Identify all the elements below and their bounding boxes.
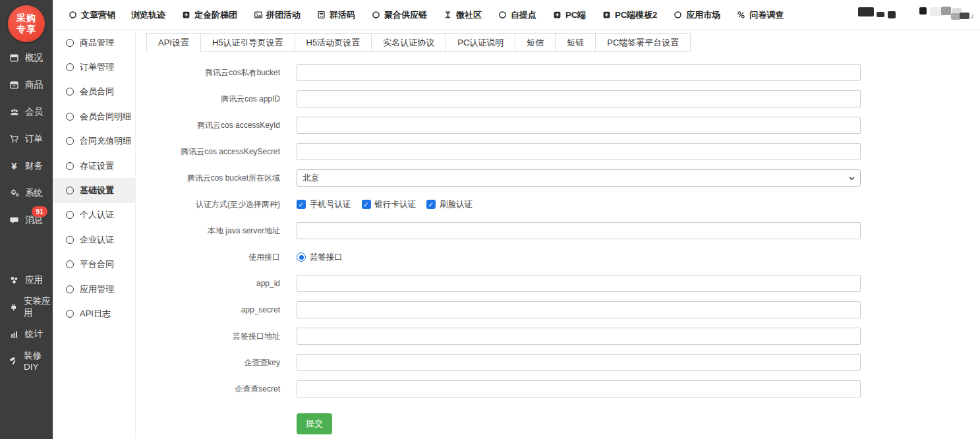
topnav-item-article-marketing[interactable]: 文章营销 bbox=[68, 9, 115, 21]
sidebar-item-stats[interactable]: 统计 bbox=[0, 320, 53, 347]
image-icon bbox=[253, 10, 263, 20]
sidebar-item-label: 应用 bbox=[25, 274, 43, 286]
cos-accesskeyid-input[interactable] bbox=[297, 117, 861, 134]
checkbox-face-auth[interactable]: 刷脸认证 bbox=[426, 199, 473, 210]
topnav-item-deposit-ladder-group[interactable]: 定金阶梯团 bbox=[181, 9, 237, 21]
topnav-item-pc[interactable]: PC端 bbox=[552, 9, 586, 21]
submenu-item-enterprise-auth[interactable]: 企业认证 bbox=[53, 227, 135, 252]
sidebar-item-messages[interactable]: 消息 91 bbox=[0, 206, 53, 233]
messages-badge: 91 bbox=[32, 206, 47, 217]
sidebar-item-goods[interactable]: 商品 bbox=[0, 71, 53, 98]
submenu-item-personal-auth[interactable]: 个人认证 bbox=[53, 203, 135, 227]
sidebar-item-finance[interactable]: ¥ 财务 bbox=[0, 152, 53, 179]
app-id-input[interactable] bbox=[297, 275, 861, 292]
form-row: 腾讯云cos appID bbox=[136, 90, 980, 107]
topnav-label: 文章营销 bbox=[81, 9, 115, 21]
circle-icon bbox=[66, 137, 74, 145]
checkbox-bankcard-auth[interactable]: 银行卡认证 bbox=[362, 199, 417, 210]
cart-icon bbox=[9, 134, 20, 144]
sidebar-item-label: 概况 bbox=[25, 52, 43, 64]
submenu-label: 会员合同明细 bbox=[80, 111, 131, 123]
topnav-item-micro-community[interactable]: 微社区 bbox=[443, 9, 482, 21]
submenu-item-member-contract-detail[interactable]: 会员合同明细 bbox=[53, 104, 135, 129]
checkbox-checked-icon bbox=[362, 200, 371, 209]
sidebar-spacer bbox=[0, 233, 53, 266]
sidebar-item-decorate-diy[interactable]: 装修DIY bbox=[0, 347, 53, 374]
tab-h5-auth-guide[interactable]: H5认证引导页设置 bbox=[201, 33, 295, 52]
topnav-item-app-market[interactable]: 应用市场 bbox=[673, 9, 720, 21]
qichacha-secret-input[interactable] bbox=[297, 380, 861, 397]
sidebar-item-label: 会员 bbox=[25, 106, 43, 118]
sidebar-item-label: 订单 bbox=[25, 133, 43, 145]
field-label: 芸签接口地址 bbox=[136, 331, 280, 342]
submenu-item-member-contract[interactable]: 会员合同 bbox=[53, 80, 135, 104]
submenu-item-goods-management[interactable]: 商品管理 bbox=[53, 30, 135, 55]
field-label: 认证方式(至少选择两种) bbox=[136, 199, 280, 210]
tab-realname-agreement[interactable]: 实名认证协议 bbox=[372, 33, 446, 52]
settings-tabs: API设置 H5认证引导页设置 H5活动页设置 实名认证协议 PC认证说明 短信… bbox=[146, 33, 691, 52]
main-content: API设置 H5认证引导页设置 H5活动页设置 实名认证协议 PC认证说明 短信… bbox=[136, 30, 980, 439]
tab-sms[interactable]: 短信 bbox=[515, 33, 556, 52]
topnav-item-pc-template2[interactable]: PC端模板2 bbox=[602, 9, 657, 21]
yunsign-interface-address-input[interactable] bbox=[297, 328, 861, 345]
app-secret-input[interactable] bbox=[297, 301, 861, 318]
sidebar-item-orders[interactable]: 订单 bbox=[0, 125, 53, 152]
sidebar-item-install-apps[interactable]: 安装应用 bbox=[0, 293, 53, 320]
sidebar-item-apps[interactable]: 应用 bbox=[0, 266, 53, 293]
circle-icon bbox=[66, 260, 74, 268]
qichacha-key-input[interactable] bbox=[297, 354, 861, 371]
java-server-address-input[interactable] bbox=[297, 222, 861, 239]
topnav-item-group-buy[interactable]: 拼团活动 bbox=[253, 9, 301, 21]
sidebar-item-overview[interactable]: 概况 bbox=[0, 44, 53, 71]
plus-square-icon bbox=[181, 10, 191, 20]
checkbox-label: 手机号认证 bbox=[310, 199, 351, 210]
sidebar-item-label: 商品 bbox=[25, 79, 43, 91]
submenu-item-app-management[interactable]: 应用管理 bbox=[53, 277, 135, 301]
sidebar-item-members[interactable]: 会员 bbox=[0, 98, 53, 125]
plus-square-icon bbox=[552, 10, 562, 20]
cos-accesskeysecret-input[interactable] bbox=[297, 143, 861, 160]
bar-chart-icon bbox=[9, 329, 20, 339]
tab-short-link[interactable]: 短链 bbox=[556, 33, 596, 52]
form-row: 企查查key bbox=[136, 354, 980, 371]
brand-line2: 专享 bbox=[16, 24, 36, 36]
sidebar-item-label: 财务 bbox=[25, 160, 43, 172]
circle-icon bbox=[66, 236, 74, 244]
checkbox-phone-auth[interactable]: 手机号认证 bbox=[297, 199, 351, 210]
submenu-item-evidence-settings[interactable]: 存证设置 bbox=[53, 154, 135, 178]
topnav-label: 聚合供应链 bbox=[384, 9, 427, 21]
submenu-item-contract-recharge-detail[interactable]: 合同充值明细 bbox=[53, 129, 135, 154]
form-row: 企查查secret bbox=[136, 380, 980, 397]
tab-pc-sign-platform[interactable]: PC端签署平台设置 bbox=[596, 33, 691, 52]
yen-icon: ¥ bbox=[9, 161, 20, 171]
sidebar-item-system[interactable]: 系统 bbox=[0, 179, 53, 206]
tab-api-settings[interactable]: API设置 bbox=[146, 33, 201, 52]
cos-appid-input[interactable] bbox=[297, 90, 861, 107]
selected-region: 北京 bbox=[303, 173, 319, 184]
redacted-block bbox=[858, 7, 874, 16]
cos-region-select[interactable]: 北京 bbox=[297, 169, 861, 187]
form-row: 腾讯云cos accessKeySecret bbox=[136, 143, 980, 160]
cos-private-bucket-input[interactable] bbox=[297, 64, 861, 81]
radio-yunsign-interface[interactable]: 芸签接口 bbox=[297, 252, 343, 263]
submenu-item-platform-contract[interactable]: 平台合同 bbox=[53, 252, 135, 277]
circle-icon bbox=[66, 113, 74, 121]
topnav-item-pickup-point[interactable]: 自提点 bbox=[498, 9, 536, 21]
submenu-item-basic-settings[interactable]: 基础设置 bbox=[53, 178, 135, 202]
brand-line1: 采购 bbox=[16, 13, 36, 24]
top-navigation: 文章营销 浏览轨迹 定金阶梯团 拼团活动 群活码 聚合供应链 微社区 自提点 bbox=[53, 0, 980, 30]
chevron-down-icon bbox=[848, 174, 856, 183]
topnav-item-group-qr[interactable]: 群活码 bbox=[316, 9, 355, 21]
topnav-label: 定金阶梯团 bbox=[194, 9, 237, 21]
topnav-item-browse-track[interactable]: 浏览轨迹 bbox=[131, 9, 165, 21]
redacted-block bbox=[888, 11, 896, 18]
tab-h5-activity-page[interactable]: H5活动页设置 bbox=[295, 33, 372, 52]
topnav-item-survey[interactable]: 问卷调查 bbox=[736, 9, 784, 21]
brand-logo[interactable]: 采购 专享 bbox=[0, 0, 53, 44]
tab-pc-auth-note[interactable]: PC认证说明 bbox=[446, 33, 515, 52]
field-label: 企查查secret bbox=[136, 384, 280, 395]
topnav-item-supply-chain[interactable]: 聚合供应链 bbox=[371, 9, 427, 21]
submenu-item-order-management[interactable]: 订单管理 bbox=[53, 55, 135, 79]
submit-button[interactable]: 提交 bbox=[297, 413, 332, 434]
submenu-item-api-log[interactable]: API日志 bbox=[53, 301, 135, 326]
